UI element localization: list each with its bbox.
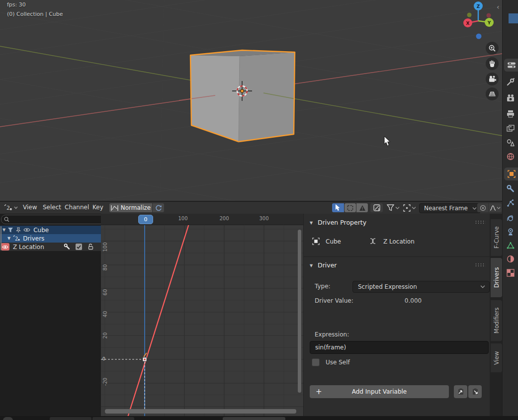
tab-modifiers[interactable] [503,182,518,195]
channel-search-input[interactable] [1,215,112,224]
tab-object-data[interactable] [503,239,518,252]
unlock-icon[interactable] [87,244,94,250]
chevron-down-icon [412,206,416,210]
tab-properties-editor[interactable] [504,59,518,72]
copy-clipboard-icon [457,388,465,396]
perspective-toggle-button[interactable] [486,87,499,100]
drivers-editor-icon: 2 [3,204,18,212]
timeline-menu-button[interactable] [92,417,134,420]
timeline-editor-type-button[interactable] [3,417,13,420]
vertical-scrollbar[interactable] [298,230,301,393]
dot-circle-icon [480,205,486,211]
show-errors-toggle[interactable] [356,203,368,212]
svg-text:X: X [466,21,470,26]
menu-key[interactable]: Key [92,204,103,211]
driver-type-dropdown[interactable]: Scripted Expression [352,281,490,293]
tab-scene[interactable] [503,136,518,149]
tab-texture[interactable] [503,266,518,279]
tab-modifiers[interactable]: Modifiers [491,300,502,341]
dashed-box-icon [347,205,353,211]
tool-icon [506,78,515,86]
navigation-gizmo[interactable]: Z X Y [457,0,502,45]
frame-ruler[interactable]: 100 200 300 [101,214,303,225]
paste-driver-variables-button[interactable] [468,385,482,398]
editor-corner-highlight[interactable] [509,13,518,23]
editor-type-dropdown[interactable]: 2 [2,203,19,212]
tab-world[interactable] [503,150,518,163]
pivot-dropdown[interactable] [402,203,418,212]
y-tick: -20 [102,376,108,387]
driven-property-panel-title[interactable]: Driven Property [318,219,366,226]
panel-collapse-icon[interactable]: ▼ [310,263,313,268]
object-square-icon [507,169,516,178]
eye-icon[interactable] [23,227,30,233]
viewport-scene [0,0,502,201]
driven-object-name: Cube [326,238,341,245]
expression-input[interactable] [310,341,489,354]
overlay-toggle[interactable] [370,203,383,212]
channel-enable-eye-icon[interactable] [1,243,9,251]
use-self-checkbox[interactable] [312,358,320,366]
channel-enabled-checkbox[interactable] [76,244,82,250]
proportional-edit-toggle[interactable] [477,203,488,212]
show-only-selected-toggle[interactable] [332,203,344,212]
blender-window: fps: 30 (0) Collection | Cube ‹ Z X Y [0,0,518,420]
channel-scrollbar[interactable] [0,226,1,250]
panel-collapse-icon[interactable]: ▼ [310,221,313,225]
falloff-dropdown[interactable] [489,203,502,212]
horizontal-scrollbar[interactable] [105,409,296,414]
playback-controls[interactable] [223,417,285,420]
cube-mesh [179,50,295,142]
tab-fcurve[interactable]: F-Curve [491,219,502,256]
driver-panel-title[interactable]: Driver [318,261,337,269]
playhead-frame-badge[interactable]: 0 [138,215,153,224]
y-tick: 80 [102,262,108,273]
chevron-down-icon [480,285,485,289]
drivers-editor: 2 View Select Channel Key Normalize [0,202,502,416]
normalize-auto-refresh-button[interactable] [153,203,164,212]
camera-view-button[interactable] [486,73,499,85]
tab-physics[interactable] [503,212,518,225]
tab-constraints[interactable] [503,226,518,239]
channel-row-drivers[interactable]: ▼ 2 Drivers [0,234,101,243]
y-tick: 60 [102,287,108,298]
panel-drag-grip[interactable] [475,220,486,224]
timeline-menu-button[interactable] [50,417,91,420]
disclosure-triangle-icon[interactable]: ▼ [2,228,5,232]
menu-view[interactable]: View [23,204,37,211]
target-icon [403,204,411,212]
panel-drag-grip[interactable] [475,263,486,266]
zoom-tool-button[interactable] [486,42,499,55]
pan-tool-button[interactable] [486,57,499,70]
copy-driver-variables-button[interactable] [454,385,467,398]
channel-row-z-location[interactable]: Z Location [0,243,101,251]
tab-tool[interactable] [503,76,518,88]
gizmo-minus-y-ball [467,13,472,17]
filter-dropdown[interactable] [386,203,401,212]
tab-particles[interactable] [503,197,518,210]
drivers-sidebar: ▼ Driven Property Cube Z Location ▼ Driv… [303,214,490,416]
menu-channel[interactable]: Channel [65,204,89,211]
snap-mode-dropdown[interactable]: Nearest Frame [419,203,481,213]
tab-drivers[interactable]: Drivers [491,258,502,297]
graph-region[interactable]: 100 200 300 0 100 80 60 40 20 -20 0 [101,214,303,416]
show-hidden-toggle[interactable] [345,203,356,212]
tab-object[interactable] [504,168,518,180]
add-input-variable-button[interactable]: + Add Input Variable [310,385,449,398]
tab-view-layer[interactable] [503,122,518,135]
disclosure-triangle-icon[interactable]: ▼ [7,236,10,241]
viewport-3d[interactable]: fps: 30 (0) Collection | Cube ‹ Z X Y [0,0,502,202]
tab-view[interactable]: View [491,343,502,372]
breadcrumb: (0) Collection | Cube [7,11,63,17]
menu-select[interactable]: Select [43,204,61,211]
tab-material[interactable] [503,252,518,265]
pin-icon[interactable] [15,227,21,233]
channel-row-object[interactable]: ▼ Cube [0,226,101,234]
hand-icon [488,60,496,68]
normalize-toggle[interactable]: Normalize [109,203,152,212]
chevron-down-icon [497,206,501,210]
x-tick: 300 [257,216,271,221]
tab-output[interactable] [503,107,518,120]
tab-render[interactable] [503,92,518,105]
channel-object-label: Cube [33,227,49,234]
